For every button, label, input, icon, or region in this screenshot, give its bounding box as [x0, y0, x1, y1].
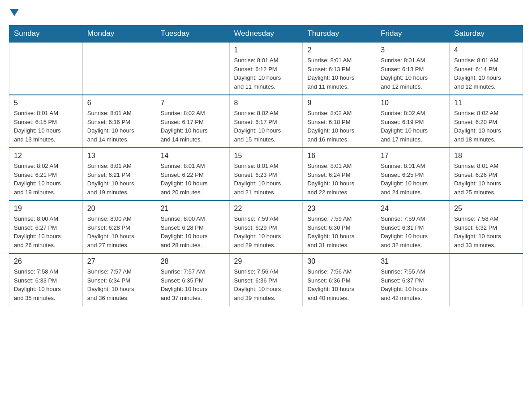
day-info: Sunrise: 7:59 AM Sunset: 6:29 PM Dayligh… — [234, 214, 298, 249]
calendar-table: SundayMondayTuesdayWednesdayThursdayFrid… — [9, 25, 523, 306]
calendar-cell: 3Sunrise: 8:01 AM Sunset: 6:13 PM Daylig… — [376, 42, 450, 95]
calendar-cell: 23Sunrise: 7:59 AM Sunset: 6:30 PM Dayli… — [303, 201, 376, 253]
day-info: Sunrise: 8:01 AM Sunset: 6:23 PM Dayligh… — [234, 162, 298, 197]
day-info: Sunrise: 8:01 AM Sunset: 6:13 PM Dayligh… — [307, 56, 371, 91]
day-number: 5 — [14, 99, 78, 107]
day-info: Sunrise: 8:02 AM Sunset: 6:19 PM Dayligh… — [381, 109, 445, 144]
day-info: Sunrise: 7:56 AM Sunset: 6:36 PM Dayligh… — [234, 267, 298, 302]
day-header-tuesday: Tuesday — [156, 26, 229, 43]
day-info: Sunrise: 7:57 AM Sunset: 6:35 PM Dayligh… — [161, 267, 225, 302]
day-info: Sunrise: 8:02 AM Sunset: 6:20 PM Dayligh… — [454, 109, 518, 144]
day-info: Sunrise: 7:57 AM Sunset: 6:34 PM Dayligh… — [87, 267, 151, 302]
day-info: Sunrise: 8:02 AM Sunset: 6:21 PM Dayligh… — [14, 162, 78, 197]
day-number: 25 — [454, 205, 518, 213]
calendar-cell: 16Sunrise: 8:01 AM Sunset: 6:24 PM Dayli… — [303, 148, 376, 201]
day-number: 16 — [307, 152, 371, 160]
calendar-cell: 20Sunrise: 8:00 AM Sunset: 6:28 PM Dayli… — [82, 201, 156, 253]
calendar-cell — [450, 253, 523, 306]
day-number: 14 — [161, 152, 225, 160]
day-number: 8 — [234, 99, 298, 107]
calendar-cell — [156, 42, 229, 95]
day-info: Sunrise: 8:01 AM Sunset: 6:21 PM Dayligh… — [87, 162, 151, 197]
day-info: Sunrise: 8:01 AM Sunset: 6:26 PM Dayligh… — [454, 162, 518, 197]
day-info: Sunrise: 8:02 AM Sunset: 6:17 PM Dayligh… — [161, 109, 225, 144]
calendar-week-row: 5Sunrise: 8:01 AM Sunset: 6:15 PM Daylig… — [9, 95, 523, 148]
day-info: Sunrise: 7:59 AM Sunset: 6:31 PM Dayligh… — [381, 214, 445, 249]
day-number: 9 — [307, 99, 371, 107]
day-info: Sunrise: 7:58 AM Sunset: 6:32 PM Dayligh… — [454, 214, 518, 249]
day-info: Sunrise: 7:58 AM Sunset: 6:33 PM Dayligh… — [14, 267, 78, 302]
calendar-cell: 6Sunrise: 8:01 AM Sunset: 6:16 PM Daylig… — [82, 95, 156, 148]
day-number: 31 — [381, 257, 445, 265]
day-info: Sunrise: 8:01 AM Sunset: 6:12 PM Dayligh… — [234, 56, 298, 91]
logo — [9, 9, 20, 18]
calendar-cell: 5Sunrise: 8:01 AM Sunset: 6:15 PM Daylig… — [9, 95, 83, 148]
calendar-cell: 29Sunrise: 7:56 AM Sunset: 6:36 PM Dayli… — [229, 253, 303, 306]
day-number: 24 — [381, 205, 445, 213]
logo-arrow-icon — [10, 9, 19, 16]
calendar-cell: 25Sunrise: 7:58 AM Sunset: 6:32 PM Dayli… — [450, 201, 523, 253]
day-info: Sunrise: 7:55 AM Sunset: 6:37 PM Dayligh… — [381, 267, 445, 302]
calendar-cell: 15Sunrise: 8:01 AM Sunset: 6:23 PM Dayli… — [229, 148, 303, 201]
day-number: 27 — [87, 257, 151, 265]
day-info: Sunrise: 7:56 AM Sunset: 6:36 PM Dayligh… — [307, 267, 371, 302]
day-info: Sunrise: 8:01 AM Sunset: 6:13 PM Dayligh… — [381, 56, 445, 91]
calendar-cell: 26Sunrise: 7:58 AM Sunset: 6:33 PM Dayli… — [9, 253, 83, 306]
day-number: 17 — [381, 152, 445, 160]
calendar-week-row: 1Sunrise: 8:01 AM Sunset: 6:12 PM Daylig… — [9, 42, 523, 95]
calendar-cell: 21Sunrise: 8:00 AM Sunset: 6:28 PM Dayli… — [156, 201, 229, 253]
calendar-cell: 28Sunrise: 7:57 AM Sunset: 6:35 PM Dayli… — [156, 253, 229, 306]
day-info: Sunrise: 8:02 AM Sunset: 6:17 PM Dayligh… — [234, 109, 298, 144]
day-number: 18 — [454, 152, 518, 160]
day-number: 1 — [234, 46, 298, 54]
calendar-cell — [82, 42, 156, 95]
day-header-friday: Friday — [376, 26, 450, 43]
calendar-cell: 27Sunrise: 7:57 AM Sunset: 6:34 PM Dayli… — [82, 253, 156, 306]
day-number: 4 — [454, 46, 518, 54]
day-number: 29 — [234, 257, 298, 265]
day-number: 12 — [14, 152, 78, 160]
calendar-cell: 10Sunrise: 8:02 AM Sunset: 6:19 PM Dayli… — [376, 95, 450, 148]
day-info: Sunrise: 8:00 AM Sunset: 6:28 PM Dayligh… — [87, 214, 151, 249]
day-info: Sunrise: 8:01 AM Sunset: 6:24 PM Dayligh… — [307, 162, 371, 197]
calendar-cell: 8Sunrise: 8:02 AM Sunset: 6:17 PM Daylig… — [229, 95, 303, 148]
day-header-sunday: Sunday — [9, 26, 83, 43]
calendar-header-row: SundayMondayTuesdayWednesdayThursdayFrid… — [9, 26, 523, 43]
day-info: Sunrise: 8:01 AM Sunset: 6:16 PM Dayligh… — [87, 109, 151, 144]
day-header-wednesday: Wednesday — [229, 26, 303, 43]
day-number: 21 — [161, 205, 225, 213]
day-number: 26 — [14, 257, 78, 265]
day-header-saturday: Saturday — [450, 26, 523, 43]
calendar-cell: 1Sunrise: 8:01 AM Sunset: 6:12 PM Daylig… — [229, 42, 303, 95]
calendar-week-row: 26Sunrise: 7:58 AM Sunset: 6:33 PM Dayli… — [9, 253, 523, 306]
day-header-monday: Monday — [82, 26, 156, 43]
calendar-cell: 12Sunrise: 8:02 AM Sunset: 6:21 PM Dayli… — [9, 148, 83, 201]
day-number: 3 — [381, 46, 445, 54]
day-info: Sunrise: 8:01 AM Sunset: 6:25 PM Dayligh… — [381, 162, 445, 197]
calendar-cell — [9, 42, 83, 95]
day-number: 22 — [234, 205, 298, 213]
calendar-week-row: 19Sunrise: 8:00 AM Sunset: 6:27 PM Dayli… — [9, 201, 523, 253]
day-number: 20 — [87, 205, 151, 213]
calendar-cell: 30Sunrise: 7:56 AM Sunset: 6:36 PM Dayli… — [303, 253, 376, 306]
day-info: Sunrise: 8:01 AM Sunset: 6:22 PM Dayligh… — [161, 162, 225, 197]
calendar-cell: 19Sunrise: 8:00 AM Sunset: 6:27 PM Dayli… — [9, 201, 83, 253]
day-number: 15 — [234, 152, 298, 160]
day-header-thursday: Thursday — [303, 26, 376, 43]
day-info: Sunrise: 8:02 AM Sunset: 6:18 PM Dayligh… — [307, 109, 371, 144]
calendar-cell: 31Sunrise: 7:55 AM Sunset: 6:37 PM Dayli… — [376, 253, 450, 306]
day-number: 11 — [454, 99, 518, 107]
day-number: 10 — [381, 99, 445, 107]
day-number: 6 — [87, 99, 151, 107]
calendar-cell: 17Sunrise: 8:01 AM Sunset: 6:25 PM Dayli… — [376, 148, 450, 201]
calendar-week-row: 12Sunrise: 8:02 AM Sunset: 6:21 PM Dayli… — [9, 148, 523, 201]
calendar-cell: 9Sunrise: 8:02 AM Sunset: 6:18 PM Daylig… — [303, 95, 376, 148]
day-number: 7 — [161, 99, 225, 107]
day-info: Sunrise: 8:01 AM Sunset: 6:14 PM Dayligh… — [454, 56, 518, 91]
day-info: Sunrise: 7:59 AM Sunset: 6:30 PM Dayligh… — [307, 214, 371, 249]
day-number: 30 — [307, 257, 371, 265]
day-number: 13 — [87, 152, 151, 160]
day-info: Sunrise: 8:00 AM Sunset: 6:28 PM Dayligh… — [161, 214, 225, 249]
page-header — [9, 9, 523, 18]
day-number: 2 — [307, 46, 371, 54]
